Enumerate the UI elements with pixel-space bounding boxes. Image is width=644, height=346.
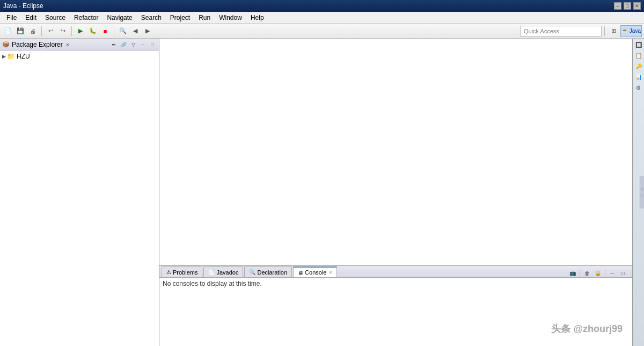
console-output: No consoles to display at this time.: [159, 278, 632, 346]
sidebar-btn-5[interactable]: ⚙: [634, 83, 643, 92]
window-title: Java - Eclipse: [3, 2, 43, 10]
toolbar-edit-group: ↩ ↪: [45, 25, 69, 37]
toolbar-sep-1: [41, 26, 42, 36]
perspective-open-button[interactable]: ⊞: [608, 25, 619, 37]
btm-sep-2: [605, 269, 605, 277]
panel-header: 📦 Package Explorer × ⬅ 🔗 ▽ ─ □: [0, 39, 159, 51]
package-explorer-content: ▶ 📁 HZU: [0, 51, 159, 346]
btm-sep-1: [580, 269, 580, 277]
nav-prev-button[interactable]: ◀: [129, 25, 141, 37]
menu-bar: File Edit Source Refactor Navigate Searc…: [0, 12, 644, 24]
window-controls: ─ □ ✕: [614, 2, 641, 10]
panel-close-icon[interactable]: ×: [66, 41, 69, 48]
print-button[interactable]: 🖨: [27, 25, 39, 37]
new-button[interactable]: 📄: [2, 25, 14, 37]
stop-button[interactable]: ■: [99, 25, 111, 37]
panel-title: Package Explorer: [12, 41, 63, 48]
title-bar: Java - Eclipse ─ □ ✕: [0, 0, 644, 12]
minimize-panel-button[interactable]: ─: [138, 40, 147, 49]
sidebar-btn-3[interactable]: 🔑: [634, 61, 643, 71]
toolbar: 📄 💾 🖨 ↩ ↪ ▶ 🐛 ■ 🔍 ◀ ▶ ⊞ ☕ Java: [0, 24, 644, 39]
toolbar-file-group: 📄 💾 🖨: [2, 25, 39, 37]
menu-window[interactable]: Window: [215, 13, 246, 23]
nav-next-button[interactable]: ▶: [142, 25, 153, 37]
tab-javadoc[interactable]: 📄 Javadoc: [203, 266, 243, 277]
tab-console[interactable]: 🖥 Console ×: [293, 266, 337, 277]
main-layout: 📦 Package Explorer × ⬅ 🔗 ▽ ─ □ ▶ 📁 HZU: [0, 39, 644, 346]
tree-label-hzu: HZU: [17, 53, 30, 60]
sidebar-btn-2[interactable]: 📋: [634, 51, 643, 60]
console-tab-close[interactable]: ×: [329, 270, 332, 275]
tree-arrow-hzu: ▶: [2, 54, 6, 59]
toolbar-run-group: ▶ 🐛 ■: [75, 25, 111, 37]
debug-button[interactable]: 🐛: [87, 25, 99, 37]
menu-refactor[interactable]: Refactor: [70, 13, 103, 23]
save-button[interactable]: 💾: [14, 25, 26, 37]
tab-declaration-label: Declaration: [257, 269, 287, 276]
bottom-tabs: ⚠ Problems 📄 Javadoc 🔍 Declaration 🖥 Con…: [159, 266, 632, 278]
package-explorer-panel: 📦 Package Explorer × ⬅ 🔗 ▽ ─ □ ▶ 📁 HZU: [0, 39, 159, 346]
maximize-button[interactable]: □: [624, 2, 631, 10]
toolbar-sep-2: [71, 26, 72, 36]
center-and-bottom: ⚠ Problems 📄 Javadoc 🔍 Declaration 🖥 Con…: [159, 39, 632, 346]
tree-item-hzu[interactable]: ▶ 📁 HZU: [0, 52, 159, 61]
tab-javadoc-label: Javadoc: [216, 269, 238, 276]
link-with-editor-button[interactable]: 🔗: [119, 40, 128, 49]
tab-problems-label: Problems: [173, 269, 197, 276]
maximize-panel-button[interactable]: □: [148, 40, 157, 49]
panel-menu-button[interactable]: ▽: [129, 40, 137, 49]
watermark: 头条 @zhourj99: [551, 322, 623, 335]
toolbar-misc-group: 🔍 ◀ ▶: [117, 25, 153, 37]
java-perspective-button[interactable]: ☕ Java: [620, 25, 642, 37]
redo-button[interactable]: ↪: [57, 25, 69, 37]
right-edge-handle[interactable]: ⋮ ⋮: [640, 176, 644, 208]
toolbar-sep-4: [604, 26, 605, 36]
minimize-button[interactable]: ─: [614, 2, 621, 10]
editor-content[interactable]: [159, 39, 632, 265]
menu-file[interactable]: File: [2, 13, 21, 23]
scroll-lock-button[interactable]: 🔒: [593, 269, 603, 277]
declaration-icon: 🔍: [249, 269, 255, 275]
undo-button[interactable]: ↩: [45, 25, 56, 37]
minimize-bottom-button[interactable]: ─: [608, 269, 617, 277]
tab-console-label: Console: [305, 269, 326, 276]
search-btn[interactable]: 🔍: [117, 25, 129, 37]
sidebar-btn-4[interactable]: 📊: [634, 72, 643, 82]
console-icon: 🖥: [298, 270, 303, 276]
run-button[interactable]: ▶: [75, 25, 86, 37]
maximize-bottom-button[interactable]: □: [618, 269, 628, 277]
hzu-icon: 📁: [7, 53, 15, 60]
collapse-all-button[interactable]: ⬅: [109, 40, 118, 49]
tab-declaration[interactable]: 🔍 Declaration: [244, 266, 292, 277]
clear-console-button[interactable]: 🗑: [582, 269, 592, 277]
quick-access-input[interactable]: [520, 26, 602, 37]
sidebar-btn-1[interactable]: 🔲: [634, 40, 643, 49]
menu-source[interactable]: Source: [41, 13, 70, 23]
menu-project[interactable]: Project: [166, 13, 194, 23]
panel-header-icons: ⬅ 🔗 ▽ ─ □: [109, 40, 157, 49]
menu-navigate[interactable]: Navigate: [103, 13, 136, 23]
open-console-button[interactable]: 📺: [568, 269, 577, 277]
menu-help[interactable]: Help: [246, 13, 268, 23]
toolbar-sep-3: [114, 26, 114, 36]
problems-icon: ⚠: [166, 269, 171, 275]
menu-search[interactable]: Search: [137, 13, 166, 23]
menu-edit[interactable]: Edit: [21, 13, 41, 23]
close-button[interactable]: ✕: [633, 2, 641, 10]
editor-area: [159, 39, 632, 265]
javadoc-icon: 📄: [208, 269, 215, 275]
menu-run[interactable]: Run: [194, 13, 215, 23]
tab-problems[interactable]: ⚠ Problems: [162, 266, 202, 277]
no-console-message: No consoles to display at this time.: [163, 280, 262, 287]
